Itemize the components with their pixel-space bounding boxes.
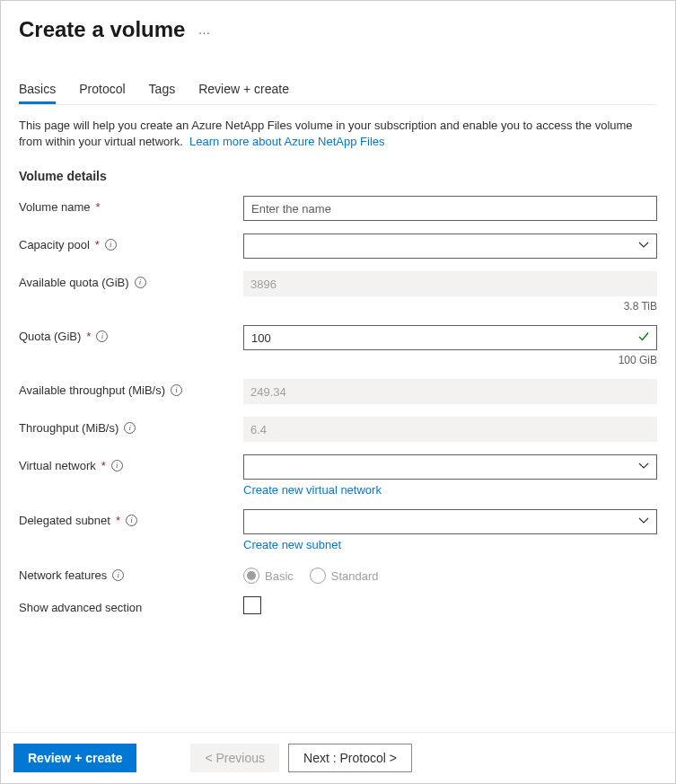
tab-tags[interactable]: Tags bbox=[149, 82, 176, 103]
divider bbox=[19, 104, 657, 105]
info-icon[interactable]: i bbox=[171, 384, 182, 396]
tab-bar: Basics Protocol Tags Review + create bbox=[19, 82, 657, 103]
info-icon[interactable]: i bbox=[96, 330, 108, 342]
radio-standard: Standard bbox=[310, 568, 379, 584]
label-volume-name: Volume name bbox=[19, 200, 91, 214]
chevron-down-icon bbox=[638, 461, 649, 474]
create-subnet-link[interactable]: Create new subnet bbox=[243, 538, 341, 551]
capacity-pool-select[interactable] bbox=[243, 233, 657, 259]
quota-input[interactable] bbox=[243, 325, 657, 350]
info-icon[interactable]: i bbox=[105, 239, 117, 251]
label-capacity-pool: Capacity pool bbox=[19, 238, 90, 251]
checkmark-icon bbox=[637, 330, 650, 346]
previous-button: < Previous bbox=[190, 744, 279, 772]
radio-icon bbox=[310, 568, 326, 584]
label-show-advanced: Show advanced section bbox=[19, 601, 142, 614]
required-indicator: * bbox=[95, 238, 100, 251]
network-features-radio-group: Basic Standard bbox=[243, 564, 657, 584]
create-virtual-network-link[interactable]: Create new virtual network bbox=[243, 483, 382, 497]
intro-text: This page will help you create an Azure … bbox=[19, 118, 657, 149]
throughput-display: 6.4 bbox=[243, 417, 657, 442]
required-indicator: * bbox=[116, 514, 120, 527]
info-icon[interactable]: i bbox=[135, 277, 146, 288]
available-quota-display: 3896 bbox=[243, 271, 657, 296]
next-button[interactable]: Next : Protocol > bbox=[288, 744, 412, 772]
label-throughput: Throughput (MiB/s) bbox=[19, 421, 119, 435]
radio-icon bbox=[243, 568, 259, 584]
review-create-button[interactable]: Review + create bbox=[13, 744, 136, 772]
tab-basics[interactable]: Basics bbox=[19, 82, 56, 103]
label-available-throughput: Available throughput (MiB/s) bbox=[19, 383, 165, 397]
learn-more-link[interactable]: Learn more about Azure NetApp Files bbox=[189, 135, 385, 148]
required-indicator: * bbox=[96, 200, 101, 214]
required-indicator: * bbox=[86, 330, 91, 343]
required-indicator: * bbox=[101, 459, 106, 472]
quota-hint: 100 GiB bbox=[243, 354, 657, 366]
available-throughput-display: 249.34 bbox=[243, 379, 657, 404]
label-quota: Quota (GiB) bbox=[19, 330, 81, 343]
info-icon[interactable]: i bbox=[112, 569, 124, 581]
info-icon[interactable]: i bbox=[111, 460, 123, 471]
radio-basic: Basic bbox=[243, 568, 294, 584]
tab-review-create[interactable]: Review + create bbox=[198, 82, 289, 103]
delegated-subnet-select[interactable] bbox=[243, 509, 657, 534]
page-title: Create a volume bbox=[19, 17, 185, 42]
available-quota-hint: 3.8 TiB bbox=[243, 300, 657, 313]
label-delegated-subnet: Delegated subnet bbox=[19, 514, 110, 527]
virtual-network-select[interactable] bbox=[243, 454, 657, 480]
label-network-features: Network features bbox=[19, 568, 107, 582]
info-icon[interactable]: i bbox=[124, 422, 136, 434]
tab-protocol[interactable]: Protocol bbox=[79, 82, 125, 103]
show-advanced-checkbox[interactable] bbox=[243, 596, 261, 614]
volume-name-input[interactable] bbox=[243, 196, 657, 221]
chevron-down-icon bbox=[638, 515, 649, 529]
footer-bar: Review + create < Previous Next : Protoc… bbox=[1, 732, 675, 783]
info-icon[interactable]: i bbox=[126, 515, 137, 526]
more-actions-icon[interactable]: … bbox=[198, 23, 210, 36]
label-virtual-network: Virtual network bbox=[19, 459, 96, 472]
section-heading-volume-details: Volume details bbox=[19, 169, 657, 183]
label-available-quota: Available quota (GiB) bbox=[19, 276, 129, 289]
chevron-down-icon bbox=[638, 240, 649, 253]
